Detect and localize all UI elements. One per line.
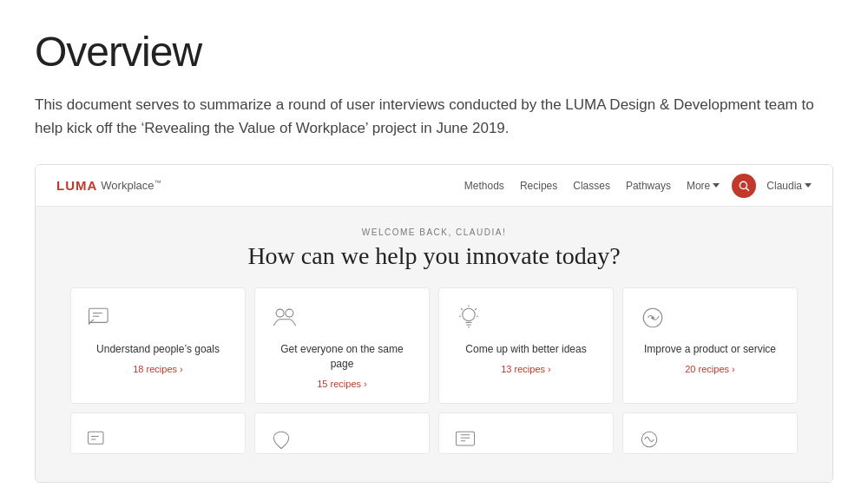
- page-title: Overview: [35, 28, 833, 76]
- svg-rect-2: [89, 309, 108, 323]
- search-icon: [738, 180, 750, 192]
- logo-workplace-text: Workplace™: [101, 179, 161, 192]
- welcome-text: WELCOME BACK, CLAUDIA!: [53, 228, 815, 237]
- card-icon-3: [453, 302, 599, 333]
- card-understand-goals[interactable]: Understand people’s goals 18 recipes ›: [70, 287, 246, 404]
- more-chevron-icon: [713, 183, 720, 188]
- svg-line-9: [475, 309, 477, 311]
- nav-methods[interactable]: Methods: [464, 180, 504, 192]
- card-icon-4: [637, 302, 783, 333]
- card-better-ideas[interactable]: Come up with better ideas 13 recipes ›: [438, 287, 614, 404]
- card-icon-partial-2: [269, 427, 293, 454]
- svg-rect-18: [89, 432, 104, 444]
- user-name: Claudia: [766, 180, 802, 192]
- svg-point-0: [740, 181, 747, 188]
- luma-navbar: LUMA Workplace™ Methods Recipes Classes …: [36, 165, 832, 207]
- svg-line-1: [746, 188, 749, 191]
- card-title-4: Improve a product or service: [637, 342, 783, 357]
- card-title-2: Get everyone on the same page: [269, 342, 415, 372]
- nav-classes[interactable]: Classes: [573, 180, 610, 192]
- browser-frame: LUMA Workplace™ Methods Recipes Classes …: [35, 164, 833, 483]
- card-icon-partial-4: [637, 427, 661, 454]
- overview-description: This document serves to summarize a roun…: [35, 93, 833, 140]
- card-same-page[interactable]: Get everyone on the same page 15 recipes…: [254, 287, 430, 404]
- svg-point-6: [286, 309, 293, 317]
- svg-rect-21: [457, 432, 475, 445]
- svg-point-5: [276, 309, 284, 317]
- cards-grid-row2: [53, 412, 815, 465]
- hero-section: WELCOME BACK, CLAUDIA! How can we help y…: [36, 207, 832, 482]
- user-chevron-icon: [805, 183, 812, 188]
- card-icon-1: [85, 302, 231, 333]
- cards-grid: Understand people’s goals 18 recipes › G…: [53, 287, 815, 412]
- nav-links: Methods Recipes Classes Pathways More: [464, 180, 720, 192]
- nav-pathways[interactable]: Pathways: [626, 180, 671, 192]
- svg-line-11: [461, 309, 463, 311]
- card-title-1: Understand people’s goals: [85, 342, 231, 357]
- nav-recipes[interactable]: Recipes: [520, 180, 557, 192]
- card-partial-3[interactable]: [438, 412, 614, 454]
- card-title-3: Come up with better ideas: [453, 342, 599, 357]
- svg-point-17: [651, 317, 654, 320]
- card-recipes-3[interactable]: 13 recipes ›: [453, 364, 599, 374]
- svg-point-7: [463, 309, 475, 321]
- card-recipes-4[interactable]: 20 recipes ›: [637, 364, 783, 374]
- user-menu[interactable]: Claudia: [766, 180, 812, 192]
- card-icon-2: [269, 302, 415, 333]
- hero-heading: How can we help you innovate today?: [53, 242, 815, 270]
- nav-more-label: More: [687, 180, 710, 192]
- nav-more-dropdown[interactable]: More: [687, 180, 720, 192]
- logo-luma-text: LUMA: [56, 178, 97, 193]
- card-improve-product[interactable]: Improve a product or service 20 recipes …: [622, 287, 798, 404]
- card-icon-partial-1: [85, 427, 109, 454]
- luma-logo: LUMA Workplace™: [56, 178, 161, 193]
- card-recipes-2[interactable]: 15 recipes ›: [269, 379, 415, 389]
- card-partial-4[interactable]: [622, 412, 798, 454]
- card-icon-partial-3: [453, 427, 477, 454]
- card-recipes-1[interactable]: 18 recipes ›: [85, 364, 231, 374]
- search-button[interactable]: [732, 174, 756, 198]
- card-partial-1[interactable]: [70, 412, 246, 454]
- card-partial-2[interactable]: [254, 412, 430, 454]
